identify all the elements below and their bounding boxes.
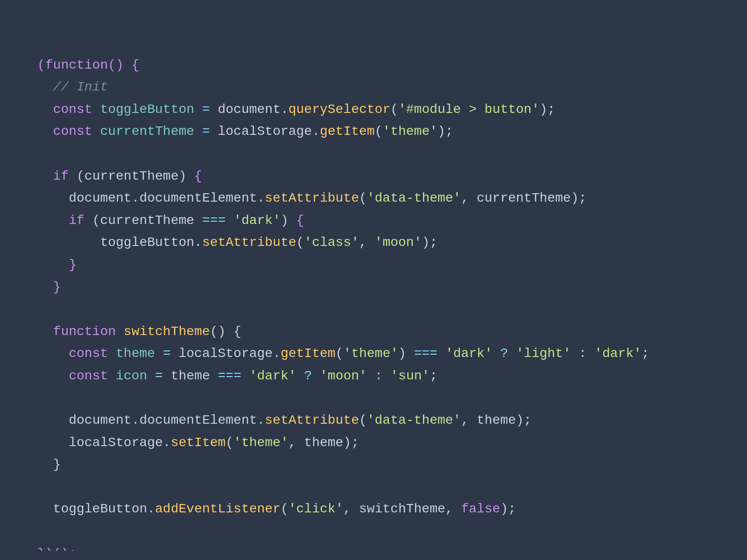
code-content: (function() { // Init const toggleButton… <box>37 32 710 551</box>
code-editor: (function() { // Init const toggleButton… <box>9 9 738 551</box>
line-1: (function() { // Init const toggleButton… <box>37 58 649 551</box>
